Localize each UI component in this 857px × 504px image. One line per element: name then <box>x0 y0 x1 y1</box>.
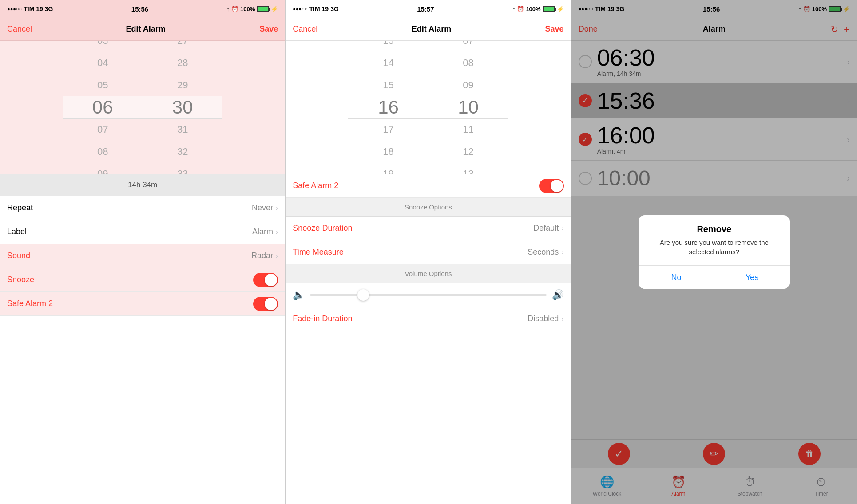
label-text: Alarm <box>252 227 273 236</box>
panel-edit-alarm-2: ●●●○○ TIM 19 3G 15:57 ↑ ⏰ 100% ⚡ Cancel … <box>286 0 571 504</box>
picker-min-29[interactable]: 29 <box>143 74 222 96</box>
modal-overlay: Remove Are you sure you want to remove t… <box>571 0 857 504</box>
volume-slider-row[interactable]: 🔈 🔊 <box>286 283 571 307</box>
network-1: 3G <box>45 5 53 12</box>
picker-hour-15[interactable]: 15 <box>348 74 428 96</box>
sound-row[interactable]: Sound Radar › <box>0 244 285 268</box>
picker-hour-17[interactable]: 17 <box>348 118 428 141</box>
battery-pct-1: 100% <box>240 6 255 12</box>
panel-alarm-list: ●●●○○ TIM 19 3G 15:56 ↑ ⏰ 100% ⚡ Done Al… <box>571 0 857 504</box>
safe-alarm-toggle-2[interactable] <box>539 179 564 193</box>
safe-alarm-row-2[interactable]: Safe Alarm 2 <box>286 174 571 198</box>
cancel-button-1[interactable]: Cancel <box>7 24 32 34</box>
repeat-value: Never › <box>252 203 278 213</box>
fade-in-label: Fade-in Duration <box>293 314 352 323</box>
picker-hour-04[interactable]: 04 <box>63 52 143 74</box>
picker-min-32[interactable]: 32 <box>143 141 222 163</box>
time-measure-value: Seconds › <box>528 248 563 257</box>
volume-options-header: Volume Options <box>286 264 571 283</box>
hour-picker-2[interactable]: 13 14 15 16 17 18 19 <box>348 41 428 174</box>
picker-hour-14[interactable]: 14 <box>348 52 428 74</box>
minute-picker-1[interactable]: 27 28 29 30 31 32 33 <box>143 41 222 174</box>
modal-message: Are you sure you want to remove the sele… <box>639 238 790 265</box>
modal-yes-button[interactable]: Yes <box>714 266 790 289</box>
picker-min2-12[interactable]: 12 <box>428 141 508 163</box>
settings-list-2: Safe Alarm 2 Snooze Options Snooze Durat… <box>286 174 571 504</box>
nav-title-1: Edit Alarm <box>126 24 165 34</box>
repeat-row[interactable]: Repeat Never › <box>0 196 285 220</box>
time-2: 15:57 <box>417 5 434 13</box>
time-picker-2[interactable]: 13 14 15 16 17 18 19 07 08 09 10 11 12 1… <box>286 41 571 174</box>
picker-hour-03[interactable]: 03 <box>63 41 143 52</box>
label-row[interactable]: Label Alarm › <box>0 220 285 244</box>
picker-hour-07[interactable]: 07 <box>63 118 143 141</box>
status-right-2: ↑ ⏰ 100% ⚡ <box>512 6 564 12</box>
picker-hour-18[interactable]: 18 <box>348 141 428 163</box>
fade-in-value: Disabled › <box>528 314 563 323</box>
snooze-row[interactable]: Snooze <box>0 268 285 292</box>
signal-1: ●●●○○ <box>7 6 22 12</box>
picker-min2-11[interactable]: 11 <box>428 118 508 141</box>
time-measure-label: Time Measure <box>293 248 343 257</box>
status-bar-1: ●●●○○ TIM 19 3G 15:56 ↑ ⏰ 100% ⚡ <box>0 0 285 18</box>
picker-min-33[interactable]: 33 <box>143 163 222 174</box>
safe-alarm-toggle-knob-1 <box>265 298 277 310</box>
snooze-duration-value: Default › <box>533 224 563 233</box>
arrow-icon-2: ↑ <box>512 6 516 12</box>
cancel-button-2[interactable]: Cancel <box>293 24 317 34</box>
repeat-text: Never <box>252 203 273 213</box>
volume-slider-thumb[interactable] <box>357 289 369 301</box>
picker-min-30[interactable]: 30 <box>143 96 222 118</box>
status-right-1: ↑ ⏰ 100% ⚡ <box>227 6 278 12</box>
settings-list-1: Repeat Never › Label Alarm › Sound Radar… <box>0 196 285 504</box>
picker-min2-09[interactable]: 09 <box>428 74 508 96</box>
hour-picker-1[interactable]: 03 04 05 06 07 08 09 <box>63 41 143 174</box>
picker-min-31[interactable]: 31 <box>143 118 222 141</box>
picker-hour-09[interactable]: 09 <box>63 163 143 174</box>
status-bar-2: ●●●○○ TIM 19 3G 15:57 ↑ ⏰ 100% ⚡ <box>286 0 571 18</box>
safe-alarm-toggle-1[interactable] <box>253 297 278 311</box>
time-label-1: 14h 34m <box>0 174 285 196</box>
carrier-1: TIM 19 <box>24 5 43 12</box>
picker-hour-16[interactable]: 16 <box>348 96 428 118</box>
picker-hour-06[interactable]: 06 <box>63 96 143 118</box>
minute-picker-2[interactable]: 07 08 09 10 11 12 13 <box>428 41 508 174</box>
picker-min2-10[interactable]: 10 <box>428 96 508 118</box>
time-measure-row[interactable]: Time Measure Seconds › <box>286 240 571 264</box>
panel-edit-alarm-1: ●●●○○ TIM 19 3G 15:56 ↑ ⏰ 100% ⚡ Cancel … <box>0 0 285 504</box>
volume-options-label: Volume Options <box>405 270 452 277</box>
picker-hour-08[interactable]: 08 <box>63 141 143 163</box>
modal-no-button[interactable]: No <box>639 266 714 289</box>
clock-icon-2: ⏰ <box>517 6 524 12</box>
snooze-options-label: Snooze Options <box>405 203 452 211</box>
save-button-2[interactable]: Save <box>545 24 564 34</box>
safe-alarm-row-1[interactable]: Safe Alarm 2 <box>0 292 285 316</box>
snooze-toggle-knob <box>265 274 277 286</box>
picker-min-28[interactable]: 28 <box>143 52 222 74</box>
picker-hour-13[interactable]: 13 <box>348 41 428 52</box>
picker-min2-08[interactable]: 08 <box>428 52 508 74</box>
picker-min2-13[interactable]: 13 <box>428 163 508 174</box>
sound-chevron-icon: › <box>276 252 278 260</box>
nav-bar-1: Cancel Edit Alarm Save <box>0 18 285 41</box>
sound-text: Radar <box>251 251 273 260</box>
picker-min2-07[interactable]: 07 <box>428 41 508 52</box>
picker-hour-05[interactable]: 05 <box>63 74 143 96</box>
repeat-label: Repeat <box>7 203 33 213</box>
picker-min-27[interactable]: 27 <box>143 41 222 52</box>
remove-modal: Remove Are you sure you want to remove t… <box>639 215 790 289</box>
save-button-1[interactable]: Save <box>259 24 278 34</box>
charging-icon-1: ⚡ <box>271 6 278 12</box>
time-picker-1[interactable]: 03 04 05 06 07 08 09 27 28 29 30 31 32 3… <box>0 41 285 174</box>
volume-low-icon: 🔈 <box>293 289 305 301</box>
snooze-duration-row[interactable]: Snooze Duration Default › <box>286 217 571 240</box>
battery-pct-2: 100% <box>526 6 540 12</box>
volume-slider-track[interactable] <box>310 294 546 296</box>
status-left-2: ●●●○○ TIM 19 3G <box>293 5 339 12</box>
picker-hour-19[interactable]: 19 <box>348 163 428 174</box>
snooze-toggle[interactable] <box>253 273 278 287</box>
modal-title: Remove <box>639 215 790 238</box>
fade-in-row[interactable]: Fade-in Duration Disabled › <box>286 307 571 331</box>
snooze-duration-chevron-icon: › <box>561 224 563 232</box>
battery-icon-1 <box>257 6 269 12</box>
